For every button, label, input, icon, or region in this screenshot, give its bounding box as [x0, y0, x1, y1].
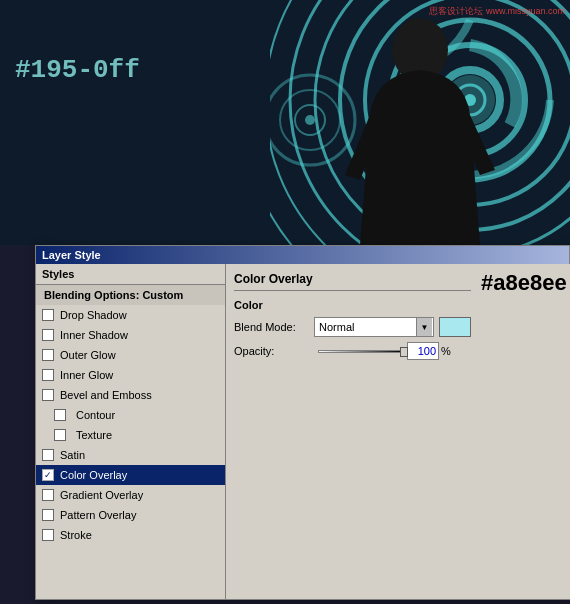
gradient-overlay-checkbox[interactable]	[42, 489, 54, 501]
opacity-row: Opacity: %	[234, 342, 471, 360]
dialog-body: Styles Blending Options: Custom Drop Sha…	[36, 264, 569, 599]
percent-label: %	[441, 345, 451, 357]
contour-label: Contour	[76, 409, 115, 421]
effect-bevel-emboss[interactable]: Bevel and Emboss	[36, 385, 225, 405]
color-sub-title: Color	[234, 299, 471, 311]
stroke-checkbox[interactable]	[42, 529, 54, 541]
inner-glow-label: Inner Glow	[60, 369, 113, 381]
inner-shadow-checkbox[interactable]	[42, 329, 54, 341]
effect-drop-shadow[interactable]: Drop Shadow	[36, 305, 225, 325]
satin-label: Satin	[60, 449, 85, 461]
drop-shadow-label: Drop Shadow	[60, 309, 127, 321]
effect-color-overlay[interactable]: Color Overlay	[36, 465, 225, 485]
pattern-overlay-checkbox[interactable]	[42, 509, 54, 521]
inner-shadow-label: Inner Shadow	[60, 329, 128, 341]
blend-mode-row: Blend Mode: Normal Multiply Screen Overl…	[234, 317, 471, 337]
blend-mode-label: Blend Mode:	[234, 321, 314, 333]
dialog-titlebar: Layer Style	[36, 246, 569, 264]
effect-outer-glow[interactable]: Outer Glow	[36, 345, 225, 365]
svg-point-15	[305, 115, 315, 125]
effect-inner-glow[interactable]: Inner Glow	[36, 365, 225, 385]
effect-pattern-overlay[interactable]: Pattern Overlay	[36, 505, 225, 525]
effect-inner-shadow[interactable]: Inner Shadow	[36, 325, 225, 345]
color-hex-display: #a8e8ee	[481, 270, 567, 296]
bevel-emboss-checkbox[interactable]	[42, 389, 54, 401]
watermark-text: 思客设计论坛 www.missyuan.com	[429, 5, 565, 18]
section-title: Color Overlay	[234, 272, 471, 286]
effect-stroke[interactable]: Stroke	[36, 525, 225, 545]
outer-glow-checkbox[interactable]	[42, 349, 54, 361]
texture-label: Texture	[76, 429, 112, 441]
opacity-label: Opacity:	[234, 345, 314, 357]
satin-checkbox[interactable]	[42, 449, 54, 461]
color-overlay-checkbox[interactable]	[42, 469, 54, 481]
effects-panel: Styles Blending Options: Custom Drop Sha…	[36, 264, 226, 599]
layer-style-dialog: Layer Style Styles Blending Options: Cus…	[35, 245, 570, 600]
contour-checkbox[interactable]	[54, 409, 66, 421]
drop-shadow-checkbox[interactable]	[42, 309, 54, 321]
blending-options-label: Blending Options: Custom	[44, 289, 183, 301]
effect-gradient-overlay[interactable]: Gradient Overlay	[36, 485, 225, 505]
effect-satin[interactable]: Satin	[36, 445, 225, 465]
background-area: #195-0ff 思客设计论坛 www.missyuan.com	[0, 0, 570, 245]
color-swatch[interactable]	[439, 317, 471, 337]
outer-glow-label: Outer Glow	[60, 349, 116, 361]
gradient-overlay-label: Gradient Overlay	[60, 489, 143, 501]
blend-mode-select-wrapper[interactable]: Normal Multiply Screen Overlay ▼	[314, 317, 434, 337]
pattern-overlay-label: Pattern Overlay	[60, 509, 136, 521]
person-silhouette	[330, 15, 510, 245]
opacity-slider[interactable]	[318, 350, 403, 353]
effect-texture[interactable]: Texture	[36, 425, 225, 445]
effects-header: Styles	[36, 264, 225, 285]
dialog-title: Layer Style	[42, 249, 101, 261]
section-divider	[234, 290, 471, 291]
blend-mode-select[interactable]: Normal Multiply Screen Overlay	[314, 317, 434, 337]
bevel-emboss-label: Bevel and Emboss	[60, 389, 152, 401]
settings-panel: Color Overlay Color Blend Mode: Normal M…	[226, 264, 570, 599]
slider-thumb	[400, 347, 408, 357]
blending-options-item[interactable]: Blending Options: Custom	[36, 285, 225, 305]
inner-glow-checkbox[interactable]	[42, 369, 54, 381]
stroke-label: Stroke	[60, 529, 92, 541]
bg-text: #195-0ff	[15, 55, 140, 85]
texture-checkbox[interactable]	[54, 429, 66, 441]
effects-list: Blending Options: Custom Drop Shadow Inn…	[36, 285, 225, 545]
effect-contour[interactable]: Contour	[36, 405, 225, 425]
opacity-value-input[interactable]	[407, 342, 439, 360]
color-overlay-label: Color Overlay	[60, 469, 127, 481]
